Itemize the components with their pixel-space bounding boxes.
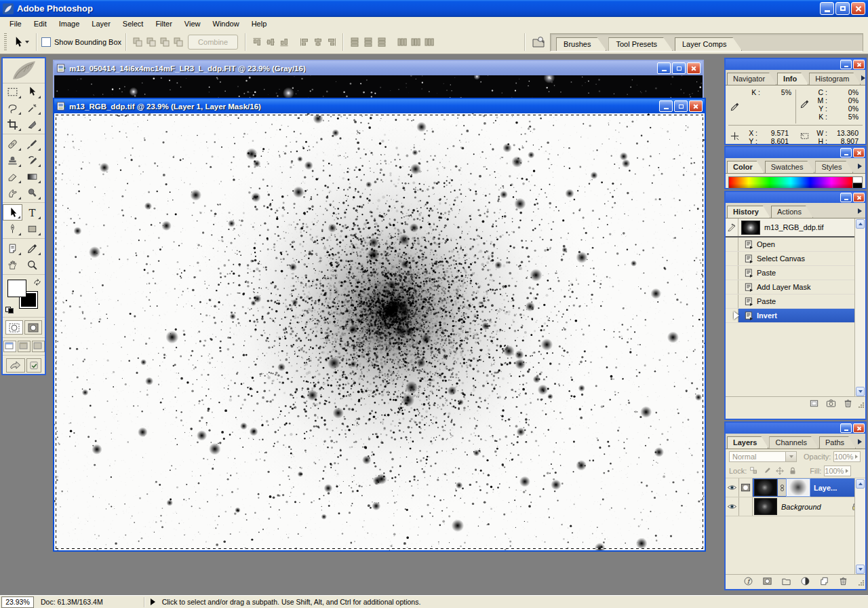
fullscreen-mode-button[interactable] bbox=[32, 341, 45, 352]
new-layer-icon[interactable] bbox=[819, 576, 829, 586]
doc2-minimize-button[interactable] bbox=[659, 100, 673, 112]
align-right-icon[interactable] bbox=[326, 36, 338, 48]
layer1-mask-selected-icon[interactable] bbox=[739, 478, 753, 497]
combine-subtract-icon[interactable] bbox=[145, 36, 157, 48]
panel-menu-arrow-icon[interactable] bbox=[858, 208, 862, 214]
tool-zoom[interactable] bbox=[22, 256, 42, 273]
layers-panel-close-button[interactable] bbox=[853, 423, 865, 433]
delete-layer-trash-icon[interactable] bbox=[838, 576, 848, 586]
tool-rectangle[interactable] bbox=[22, 221, 42, 237]
scroll-down-icon[interactable] bbox=[856, 387, 865, 396]
menu-item-layer[interactable]: Layer bbox=[85, 18, 117, 29]
layer1-mask-link-icon[interactable] bbox=[778, 479, 786, 496]
standard-mode-button[interactable] bbox=[5, 320, 23, 335]
opacity-field[interactable]: 100% bbox=[833, 451, 861, 462]
tool-gradient[interactable] bbox=[22, 168, 42, 185]
tool-lasso[interactable] bbox=[3, 100, 22, 116]
align-left-icon[interactable] bbox=[298, 36, 311, 48]
tab-paths[interactable]: Paths bbox=[819, 436, 856, 449]
tool-healing-brush[interactable] bbox=[3, 136, 22, 152]
background-visibility-eye-icon[interactable] bbox=[726, 497, 739, 516]
background-thumbnail[interactable] bbox=[754, 498, 777, 515]
menu-item-window[interactable]: Window bbox=[207, 18, 245, 29]
layer1-mask-thumbnail[interactable] bbox=[787, 479, 810, 496]
tool-path-selection[interactable] bbox=[3, 204, 22, 221]
tab-layers[interactable]: Layers bbox=[727, 436, 768, 449]
combine-exclude-icon[interactable] bbox=[172, 36, 184, 48]
edit-in-imageready-button[interactable] bbox=[6, 358, 25, 373]
menu-item-view[interactable]: View bbox=[178, 18, 207, 29]
distribute-bottom-icon[interactable] bbox=[376, 36, 388, 48]
tool-crop[interactable] bbox=[3, 116, 22, 132]
tab-color[interactable]: Color bbox=[727, 161, 764, 173]
panel-menu-arrow-icon[interactable] bbox=[858, 164, 862, 169]
history-brush-source-well[interactable] bbox=[726, 218, 738, 236]
menu-item-edit[interactable]: Edit bbox=[28, 18, 53, 29]
background-link-well[interactable] bbox=[739, 497, 753, 516]
new-document-from-state-icon[interactable] bbox=[809, 398, 819, 408]
blend-mode-select[interactable]: Normal bbox=[729, 451, 797, 462]
lock-position-icon[interactable] bbox=[775, 466, 785, 476]
color-panel-close-button[interactable] bbox=[853, 148, 865, 157]
history-source-well[interactable] bbox=[726, 266, 738, 280]
fullscreen-menubar-mode-button[interactable] bbox=[18, 341, 31, 352]
tab-navigator[interactable]: Navigator bbox=[727, 73, 776, 85]
color-panel-titlebar[interactable] bbox=[726, 147, 865, 158]
standard-screen-mode-button[interactable] bbox=[3, 341, 16, 352]
zoom-level-field[interactable]: 23.93% bbox=[1, 596, 34, 608]
layer1-visibility-eye-icon[interactable] bbox=[726, 478, 739, 497]
doc2-titlebar[interactable]: m13_RGB_ddp.tif @ 23.9% (Layer 1, Layer … bbox=[54, 99, 705, 113]
fill-field[interactable]: 100% bbox=[824, 466, 851, 476]
tool-pen[interactable] bbox=[3, 221, 22, 237]
black-white-picks[interactable] bbox=[852, 176, 863, 189]
doc1-titlebar[interactable]: m13_050414_14i6x4mc14mF_LR3_L_ddp.FIT @ … bbox=[54, 61, 703, 75]
snapshot-thumbnail[interactable] bbox=[741, 221, 760, 235]
history-step-invert-selected[interactable]: Invert bbox=[726, 309, 865, 323]
scroll-up-icon[interactable] bbox=[856, 479, 865, 489]
tab-tool-presets[interactable]: Tool Presets bbox=[608, 37, 673, 51]
quick-mask-mode-button[interactable] bbox=[24, 320, 42, 335]
doc2-canvas-area[interactable] bbox=[54, 113, 705, 550]
star-cluster-canvas[interactable] bbox=[54, 113, 705, 550]
close-button[interactable] bbox=[851, 2, 865, 15]
history-source-well[interactable] bbox=[726, 294, 738, 308]
tool-dodge[interactable] bbox=[22, 185, 42, 201]
history-panel-minimize-button[interactable] bbox=[840, 193, 852, 202]
new-adjustment-layer-icon[interactable] bbox=[800, 576, 810, 586]
color-panel-minimize-button[interactable] bbox=[840, 148, 852, 157]
history-source-well[interactable] bbox=[726, 252, 738, 265]
tab-history[interactable]: History bbox=[727, 206, 770, 218]
options-grip[interactable] bbox=[4, 33, 7, 51]
menu-item-image[interactable]: Image bbox=[53, 18, 86, 29]
tool-type[interactable] bbox=[22, 204, 42, 221]
show-bounding-box-checkbox[interactable] bbox=[41, 37, 51, 47]
history-step-add-layer-mask[interactable]: Add Layer Mask bbox=[726, 280, 865, 294]
status-menu-arrow-icon[interactable] bbox=[151, 598, 155, 605]
layer-row-layer1[interactable]: Laye... bbox=[726, 478, 865, 497]
tool-move[interactable] bbox=[22, 83, 42, 100]
menu-item-help[interactable]: Help bbox=[245, 18, 273, 29]
align-vertical-center-icon[interactable] bbox=[264, 36, 277, 48]
history-step-paste[interactable]: Paste bbox=[726, 266, 865, 280]
layer-row-background[interactable]: Background bbox=[726, 497, 865, 516]
history-snapshot-row[interactable]: m13_RGB_ddp.tif bbox=[726, 218, 865, 238]
combine-intersect-icon[interactable] bbox=[159, 36, 171, 48]
combine-add-icon[interactable] bbox=[132, 36, 144, 48]
add-layer-mask-icon[interactable] bbox=[762, 576, 772, 586]
color-spectrum-ramp[interactable] bbox=[728, 176, 852, 189]
scroll-down-icon[interactable] bbox=[856, 565, 865, 574]
info-panel-close-button[interactable] bbox=[853, 60, 865, 69]
history-scrollbar[interactable] bbox=[854, 218, 865, 397]
tab-brushes[interactable]: Brushes bbox=[556, 37, 606, 51]
history-step-open[interactable]: Open bbox=[726, 238, 865, 252]
default-colors-icon[interactable] bbox=[5, 307, 14, 314]
panel-menu-arrow-icon[interactable] bbox=[861, 75, 865, 81]
lock-transparency-icon[interactable] bbox=[749, 466, 759, 476]
tool-hand[interactable] bbox=[3, 256, 22, 273]
swap-colors-icon[interactable] bbox=[33, 278, 42, 287]
tool-rectangular-marquee[interactable] bbox=[3, 83, 22, 100]
layer-style-fx-icon[interactable] bbox=[743, 576, 753, 586]
tab-styles[interactable]: Styles bbox=[815, 161, 853, 173]
info-panel-minimize-button[interactable] bbox=[840, 60, 852, 69]
tab-swatches[interactable]: Swatches bbox=[765, 161, 815, 173]
